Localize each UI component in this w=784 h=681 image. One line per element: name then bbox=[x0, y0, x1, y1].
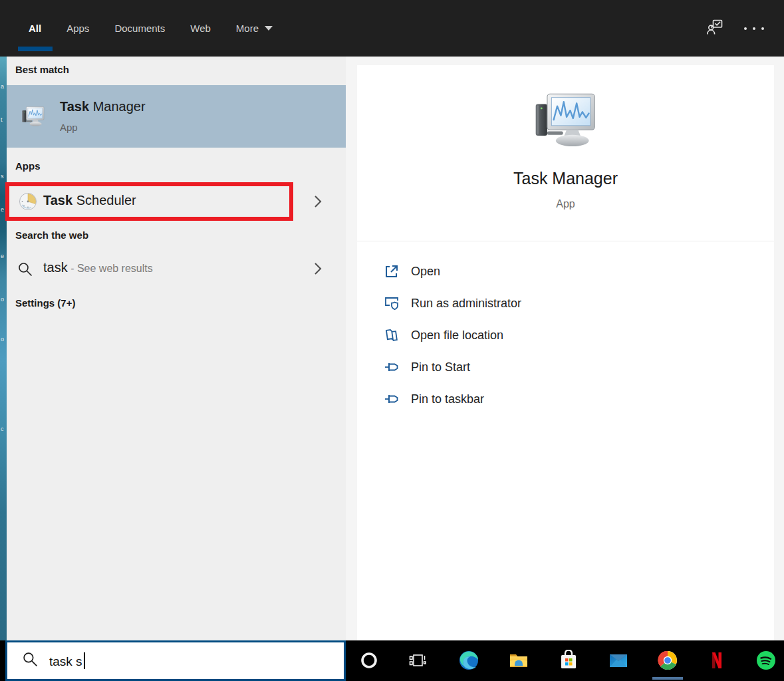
result-title: Task Manager bbox=[60, 99, 146, 114]
chrome-active-indicator bbox=[652, 677, 683, 680]
search-box[interactable]: task s bbox=[5, 640, 346, 681]
action-pin-to-taskbar[interactable]: Pin to taskbar bbox=[357, 383, 774, 415]
chevron-down-icon bbox=[265, 26, 273, 31]
chevron-right-icon[interactable] bbox=[314, 262, 322, 278]
pin-icon bbox=[384, 359, 400, 375]
mail-icon[interactable] bbox=[608, 650, 629, 671]
action-label: Pin to Start bbox=[411, 360, 470, 374]
settings-header[interactable]: Settings (7+) bbox=[15, 297, 75, 309]
result-task-manager[interactable]: Task Manager App bbox=[7, 85, 346, 148]
ellipsis-icon[interactable] bbox=[744, 27, 764, 30]
tab-documents[interactable]: Documents bbox=[114, 0, 165, 57]
task-view-icon[interactable] bbox=[408, 650, 429, 671]
preview-title: Task Manager bbox=[357, 169, 774, 188]
search-icon bbox=[22, 651, 39, 670]
feedback-icon[interactable] bbox=[706, 18, 724, 39]
cortana-icon[interactable] bbox=[358, 650, 380, 671]
filter-tabs: All Apps Documents Web More bbox=[29, 0, 273, 57]
netflix-icon[interactable] bbox=[706, 650, 727, 671]
tab-all[interactable]: All bbox=[29, 0, 41, 57]
tab-apps[interactable]: Apps bbox=[66, 0, 89, 57]
search-the-web-header: Search the web bbox=[15, 229, 88, 241]
pin-icon bbox=[384, 391, 400, 407]
chevron-right-icon[interactable] bbox=[314, 195, 322, 211]
search-icon bbox=[17, 261, 33, 280]
search-filter-bar: All Apps Documents Web More bbox=[0, 0, 784, 57]
text-cursor bbox=[84, 652, 85, 669]
result-type: App bbox=[60, 122, 146, 133]
preview-panel: Task Manager App Open Run as administrat… bbox=[357, 65, 774, 640]
microsoft-store-icon[interactable] bbox=[558, 650, 579, 671]
action-open-file-location[interactable]: Open file location bbox=[357, 319, 774, 351]
open-icon bbox=[384, 263, 400, 279]
file-location-icon bbox=[384, 327, 400, 343]
tab-web[interactable]: Web bbox=[190, 0, 211, 57]
edge-icon[interactable] bbox=[458, 650, 479, 671]
result-web-search[interactable]: task - See web results bbox=[7, 253, 346, 286]
tab-more[interactable]: More bbox=[236, 0, 273, 57]
action-pin-to-start[interactable]: Pin to Start bbox=[357, 351, 774, 383]
task-manager-icon bbox=[530, 88, 602, 152]
spotify-icon[interactable] bbox=[755, 650, 777, 671]
preview-header: Task Manager App bbox=[357, 65, 774, 241]
task-scheduler-icon bbox=[19, 192, 37, 213]
best-match-header: Best match bbox=[15, 64, 69, 75]
action-label: Pin to taskbar bbox=[411, 392, 484, 406]
action-list: Open Run as administrator Open file loca… bbox=[357, 255, 774, 415]
action-label: Open file location bbox=[411, 329, 503, 342]
web-query: task bbox=[43, 260, 68, 275]
action-run-as-administrator[interactable]: Run as administrator bbox=[357, 287, 774, 319]
apps-header: Apps bbox=[15, 160, 41, 172]
action-open[interactable]: Open bbox=[357, 255, 774, 287]
result-title: Task Scheduler bbox=[43, 193, 136, 208]
desktop-edge-strip: a t s e e o o c bbox=[0, 57, 7, 640]
result-task-scheduler[interactable]: Task Scheduler bbox=[7, 186, 346, 217]
search-results-panel: Best match Task Manager App Apps Task Sc… bbox=[7, 57, 346, 640]
file-explorer-icon[interactable] bbox=[508, 650, 529, 671]
task-manager-icon bbox=[20, 104, 47, 130]
action-label: Open bbox=[411, 265, 440, 279]
more-label: More bbox=[236, 23, 259, 34]
run-as-admin-icon bbox=[384, 295, 400, 311]
web-suffix: - See web results bbox=[68, 263, 153, 274]
action-label: Run as administrator bbox=[411, 297, 521, 311]
preview-subtitle: App bbox=[357, 198, 774, 210]
chrome-icon[interactable] bbox=[657, 650, 678, 671]
search-input[interactable]: task s bbox=[49, 652, 85, 669]
